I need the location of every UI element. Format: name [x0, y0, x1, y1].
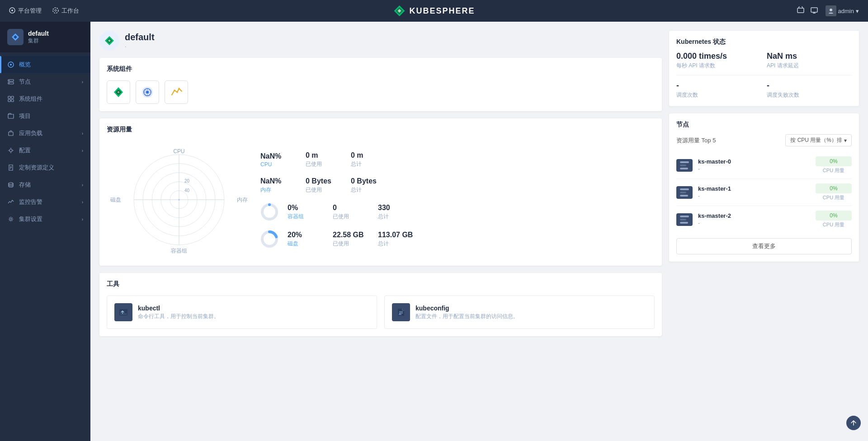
svg-point-17	[9, 83, 10, 84]
sidebar-item-monitoring[interactable]: 监控告警 ›	[0, 193, 90, 211]
admin-label: admin	[838, 8, 854, 14]
node-item-2[interactable]: ks-master-2 - 0% CPU 用量	[676, 206, 852, 233]
sidebar-item-app-workloads[interactable]: 应用负载 ›	[0, 125, 90, 142]
profile-icon	[7, 29, 24, 45]
sidebar-profile: default 集群	[0, 22, 90, 52]
nodes-panel-title: 节点	[676, 121, 689, 129]
sidebar-item-overview[interactable]: 概览	[0, 56, 90, 73]
node-icon-2	[676, 213, 693, 226]
node-icon-1	[676, 186, 693, 199]
node-badge-wrap-2: 0% CPU 用量	[816, 211, 852, 228]
content-area: default · 系统组件	[99, 31, 662, 432]
topnav: 平台管理 工作台 KUBESPHERE	[0, 0, 868, 22]
svg-point-48	[262, 205, 277, 219]
resource-disk-pct: 20% 磁盘	[288, 231, 324, 248]
admin-menu[interactable]: admin ▾	[826, 5, 859, 16]
page-header: default ·	[99, 31, 662, 51]
node-name-1: ks-master-1	[698, 185, 810, 192]
sidebar-item-label-monitoring: 监控告警	[19, 198, 77, 206]
node-info-1: ks-master-1 -	[698, 185, 810, 199]
svg-rect-8	[811, 8, 817, 12]
admin-avatar	[826, 5, 836, 16]
sidebar: default 集群 概览 节点 ›	[0, 22, 90, 441]
nodes-filter-btn[interactable]: 按 CPU 用量（%）排 ▾	[785, 134, 852, 146]
sidebar-item-config[interactable]: 配置 ›	[0, 142, 90, 159]
logo-text: KUBESPHERE	[409, 6, 475, 16]
mem-pct-value: NaN%	[260, 177, 297, 185]
tool-item-kubectl[interactable]: kubectl 命令行工具，用于控制当前集群。	[107, 296, 377, 329]
resource-mem-total: 0 Bytes 总计	[351, 177, 387, 194]
kubeconfig-name: kubeconfig	[415, 305, 519, 312]
resource-container-used: 0 已使用	[333, 204, 369, 220]
k8s-metric-label-2: 调度次数	[676, 91, 761, 99]
config-icon	[7, 147, 14, 154]
resource-inner: CPU 磁盘 内存 容器组	[107, 141, 655, 258]
k8s-metric-0: 0.000 times/s 每秒 API 请求数	[676, 52, 761, 70]
float-action-icon[interactable]	[846, 416, 861, 430]
node-item-1[interactable]: ks-master-1 - 0% CPU 用量	[676, 179, 852, 206]
app-workloads-chevron-icon: ›	[82, 131, 83, 136]
node-sub-2: -	[698, 220, 810, 226]
sidebar-item-system-components[interactable]: 系统组件	[0, 90, 90, 108]
node-info-0: ks-master-0 -	[698, 158, 810, 172]
resource-usage-title: 资源用量	[107, 126, 655, 134]
kubectl-icon	[114, 303, 132, 321]
sidebar-item-label-sys-comp: 系统组件	[19, 95, 83, 103]
disk-donut-chart	[260, 230, 278, 248]
nodes-filter-chevron-icon: ▾	[844, 137, 847, 144]
monitoring-icon	[7, 198, 14, 206]
sys-comp-btn-ks[interactable]	[107, 80, 130, 104]
mem-used-label: 已使用	[306, 186, 342, 194]
profile-sub: 集群	[28, 37, 83, 45]
view-more-button[interactable]: 查看更多	[676, 238, 852, 254]
cpu-pct-value: NaN%	[260, 152, 297, 160]
resource-mem-used: 0 Bytes 已使用	[306, 177, 342, 194]
cpu-used-label: 已使用	[306, 160, 342, 168]
nodes-filter-label: 按 CPU 用量（%）排	[790, 136, 842, 144]
node-badge-label-1: CPU 用量	[816, 194, 852, 201]
k8s-metric-3: - 调度失败次数	[767, 81, 852, 99]
node-icon-rows-1	[680, 188, 689, 197]
resource-cpu-used: 0 m 已使用	[306, 151, 342, 168]
sys-comp-btn-k8s[interactable]	[136, 80, 159, 104]
custom-resources-icon	[7, 164, 14, 171]
node-badge-label-0: CPU 用量	[816, 167, 852, 174]
platform-management-link[interactable]: 平台管理	[9, 7, 42, 15]
svg-rect-21	[11, 99, 14, 102]
resource-container-pct: 0% 容器组	[288, 204, 324, 220]
app-workloads-icon	[7, 130, 14, 137]
resource-disk-used: 22.58 GB 已使用	[333, 231, 369, 248]
k8s-status-title: Kubernetes 状态	[676, 38, 852, 46]
svg-point-2	[53, 8, 58, 13]
node-sub-1: -	[698, 193, 810, 199]
resource-mem-pct: NaN% 内存	[260, 177, 297, 194]
node-sub-0: -	[698, 166, 810, 172]
svg-text:20: 20	[184, 178, 190, 183]
tool-item-kubeconfig[interactable]: kubeconfig 配置文件，用于配置当前集群的访问信息。	[384, 296, 655, 329]
sidebar-item-projects[interactable]: 项目	[0, 108, 90, 125]
sidebar-item-custom-resources[interactable]: 定制资源定义	[0, 159, 90, 176]
svg-rect-20	[8, 99, 10, 102]
notifications-icon[interactable]	[797, 6, 805, 16]
disk-donut-wrap	[260, 230, 278, 248]
workbench-link[interactable]: 工作台	[52, 7, 79, 15]
kubeconfig-desc: 配置文件，用于配置当前集群的访问信息。	[415, 313, 519, 320]
node-item-0[interactable]: ks-master-0 - 0% CPU 用量	[676, 152, 852, 179]
svg-point-1	[11, 9, 13, 11]
page-subtitle: ·	[125, 43, 155, 50]
sidebar-item-cluster-settings[interactable]: 集群设置 ›	[0, 211, 90, 228]
node-badge-label-2: CPU 用量	[816, 221, 852, 228]
resource-usage-section: 资源用量 CPU 磁盘 内存 容器组	[99, 118, 662, 266]
platform-icon	[9, 7, 15, 15]
sidebar-item-nodes[interactable]: 节点 ›	[0, 73, 90, 90]
sidebar-item-storage[interactable]: 存储 ›	[0, 176, 90, 193]
resource-row-container: 0% 容器组 0 已使用 330 总计	[260, 203, 655, 221]
monitor-icon[interactable]	[810, 6, 818, 16]
container-pct-value: 0%	[288, 204, 324, 212]
page-title-block: default ·	[125, 32, 155, 50]
node-badge-wrap-0: 0% CPU 用量	[816, 156, 852, 174]
view-more-label: 查看更多	[752, 243, 776, 249]
main-content: default · 系统组件	[90, 22, 868, 441]
sys-comp-btn-monitor[interactable]	[165, 80, 188, 104]
nodes-top5-label: 资源用量 Top 5	[676, 136, 716, 145]
